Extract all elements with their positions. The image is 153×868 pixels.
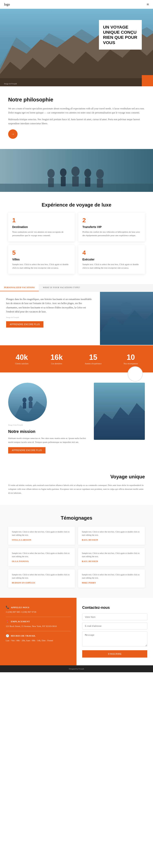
- card-destination: 1 Destination Nous souhaitons savoir vos…: [8, 213, 75, 242]
- svg-rect-24: [23, 402, 26, 409]
- testimonials-grid: Sample text. Click to select the text bo…: [8, 527, 145, 588]
- card-number-5: 5: [12, 249, 70, 256]
- form-email-field[interactable]: [82, 622, 147, 629]
- stat-ces: 16k Ces dernières: [51, 353, 63, 365]
- learn-more-button[interactable]: APPRENDRE ENCORE PLUS: [6, 321, 43, 328]
- philosophy-title: Notre philosophie: [8, 96, 145, 103]
- pers-image: [100, 291, 153, 345]
- stat-clients: 40k Clients satisfaits: [15, 353, 29, 365]
- hours-block: 🕐 HEURES DE TRAVAIL Lun - Ven : 08h - 20…: [6, 634, 71, 643]
- form-submit-button[interactable]: S'INSCRIRE: [82, 650, 147, 658]
- hamburger-icon[interactable]: ≡: [147, 2, 149, 7]
- form-message-field[interactable]: [82, 631, 147, 647]
- voyage-unique-text: Ut enim ad minim veniam, quis nostrud ex…: [8, 483, 145, 495]
- testimonials-section: Témoignages Sample text. Click to select…: [0, 505, 153, 598]
- stat-label-clients: Clients satisfaits: [15, 363, 29, 365]
- decorative-circle: [127, 366, 143, 382]
- testimonial-author-5: MIKE PERRY: [82, 582, 141, 584]
- nav-logo[interactable]: logo: [4, 3, 10, 6]
- mission-right-image: [94, 383, 145, 440]
- phone-title-text: APPELEZ-NOUS: [11, 606, 29, 609]
- svg-point-9: [60, 168, 66, 177]
- hero-orange-accent: [142, 75, 153, 86]
- testimonial-author-1: RAUL HUSSEIN: [82, 539, 141, 541]
- svg-point-11: [71, 166, 80, 176]
- stat-label-recompenses: Nos récompenses: [124, 363, 138, 365]
- mission-paragraph: Habitant morbi tristique senectus et. Ne…: [8, 436, 87, 444]
- tab-personalized[interactable]: PERSONALIZED VACATIONS: [0, 284, 39, 291]
- hours-text: Lun - Ven : 08h - 20h, Sam : 08h - 14h, …: [6, 639, 71, 643]
- philosophy-circle-btn[interactable]: →: [8, 129, 18, 139]
- location-block: 📍 EMPLACEMENT 121 Rock Street, 21 Avenue…: [6, 620, 71, 628]
- location-title: 📍 EMPLACEMENT: [6, 620, 71, 623]
- travelers-background: [0, 149, 153, 192]
- pers-paragraph: Plongez dans les îles magnifiques, une h…: [6, 297, 94, 314]
- testimonial-author-4: HUDSON EN ESPÈCES: [12, 582, 71, 584]
- stat-label-ces: Ces dernières: [51, 363, 63, 365]
- contact-divider-1: [6, 617, 71, 617]
- card-title-destination: Destination: [12, 225, 70, 228]
- location-icon: 📍: [6, 620, 9, 623]
- mission-text-col: Image from Freepik Notre mission Habitan…: [8, 383, 87, 454]
- card-number-1: 1: [12, 217, 70, 224]
- philosophy-section: Notre philosophie We are a team of touri…: [0, 86, 153, 149]
- hero-title: UN VOYAGE UNIQUE CONÇU RIEN QUE POUR VOU…: [103, 25, 138, 45]
- mission-title: Notre mission: [8, 429, 87, 434]
- footer-text: Designed by Freepik: [69, 668, 84, 670]
- card-transferts: 2 Transferts VIP Profitez du confort de …: [78, 213, 145, 242]
- stat-number-16k: 16k: [51, 353, 63, 362]
- mission-circular-img: [8, 383, 47, 422]
- footer: Designed by Freepik: [0, 665, 153, 672]
- phone-block: 📞 APPELEZ-NOUS 1 (236) 907 685 1 (236) 9…: [6, 606, 71, 614]
- contact-form: Contactez-nous S'INSCRIRE: [76, 598, 153, 665]
- svg-rect-14: [85, 177, 90, 187]
- svg-point-23: [23, 398, 27, 402]
- voyage-unique-title: Voyage unique: [8, 474, 145, 479]
- svg-rect-16: [97, 179, 103, 188]
- card-title-transferts: Transferts VIP: [83, 225, 141, 228]
- testimonial-text-0: Sample text. Click to select the text bo…: [12, 530, 71, 537]
- pers-tabs: PERSONALIZED VACATIONS WHAT IS YOUR VACA…: [0, 284, 153, 291]
- clock-icon: 🕐: [6, 634, 9, 638]
- pers-img-credit: Image de Freepik: [6, 316, 94, 318]
- mission-img-svg: [8, 383, 47, 422]
- location-address: 121 Rock Street, 21 Avenue, New York, NY…: [6, 624, 71, 628]
- card-text-transferts: Profitez du confort de nos véhicules et …: [83, 230, 141, 237]
- card-villes: 5 Villes Sample text. Click to select th…: [8, 245, 75, 274]
- svg-rect-26: [29, 402, 32, 408]
- form-name-field[interactable]: [82, 614, 147, 620]
- travelers-strip: [0, 149, 153, 192]
- tab-vacation-type[interactable]: WHAT IS YOUR VACATIONS TYPE?: [39, 284, 84, 291]
- phone-numbers: 1 (236) 907 685 1 (236) 907 0726: [6, 610, 71, 614]
- pers-text-area: Plongez dans les îles magnifiques, une h…: [0, 291, 100, 345]
- card-number-4: 4: [83, 249, 141, 256]
- contact-info: 📞 APPELEZ-NOUS 1 (236) 907 685 1 (236) 9…: [0, 598, 76, 665]
- testimonial-text-4: Sample text. Click to select the text bo…: [12, 573, 71, 580]
- mission-learn-more[interactable]: APPRENDRE ENCORE PLUS: [8, 447, 45, 454]
- philosophy-p2: Malesuada tristique senectus. Nec feugia…: [8, 117, 145, 126]
- mission-content: Image from Freepik Notre mission Habitan…: [8, 383, 145, 454]
- svg-rect-12: [72, 176, 79, 187]
- personalized-section: PERSONALIZED VACATIONS WHAT IS YOUR VACA…: [0, 284, 153, 345]
- phone-icon: 📞: [6, 606, 9, 609]
- svg-point-15: [96, 169, 104, 179]
- contact-section: 📞 APPELEZ-NOUS 1 (236) 907 685 1 (236) 9…: [0, 598, 153, 665]
- svg-point-25: [28, 396, 33, 402]
- testimonial-card-1: Sample text. Click to select the text bo…: [78, 527, 145, 545]
- card-title-villes: Villes: [12, 258, 70, 261]
- testimonial-card-3: Sample text. Click to select the text bo…: [78, 548, 145, 566]
- stat-annees: 15 Années d'expérience: [85, 353, 101, 365]
- mission-section: Image from Freepik Notre mission Habitan…: [0, 372, 153, 464]
- svg-point-19: [120, 302, 132, 314]
- stat-label-annees: Années d'expérience: [85, 363, 101, 365]
- testimonial-card-5: Sample text. Click to select the text bo…: [78, 569, 145, 588]
- svg-point-7: [47, 169, 55, 178]
- card-text-executer: Sample text. Click to select the text bo…: [83, 263, 141, 270]
- testimonials-title: Témoignages: [8, 515, 145, 521]
- testimonial-text-5: Sample text. Click to select the text bo…: [82, 573, 141, 580]
- testimonial-card-0: Sample text. Click to select the text bo…: [8, 527, 75, 545]
- testimonial-text-3: Sample text. Click to select the text bo…: [82, 552, 141, 558]
- card-number-2: 2: [83, 217, 141, 224]
- testimonial-author-0: STELLA LARSSON: [12, 539, 71, 541]
- stat-number-10: 10: [124, 353, 138, 362]
